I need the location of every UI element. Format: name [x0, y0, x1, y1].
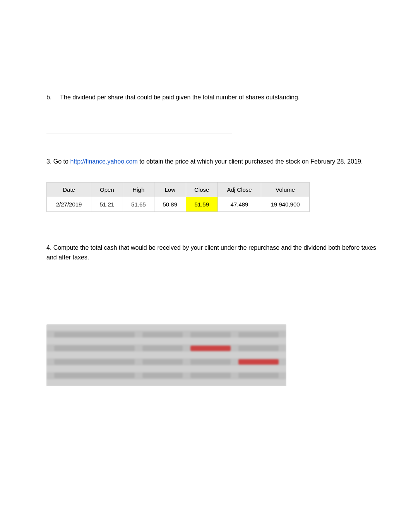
section-3-number: 3. [46, 158, 51, 165]
blurred-cell [54, 346, 135, 351]
blurred-cell [142, 332, 183, 338]
section-b-content: The dividend per share that could be pai… [60, 94, 300, 101]
stock-table: Date Open High Low Close Adj Close Volum… [46, 182, 310, 212]
blurred-cell [54, 332, 135, 338]
col-close: Close [186, 182, 217, 197]
cell-open: 51.21 [91, 197, 123, 211]
stock-table-wrapper: Date Open High Low Close Adj Close Volum… [46, 182, 388, 212]
col-date: Date [47, 182, 91, 197]
col-low: Low [154, 182, 186, 197]
blurred-cell [190, 359, 231, 365]
cell-volume: 19,940,900 [261, 197, 310, 211]
blurred-cell [54, 373, 135, 378]
yahoo-finance-link[interactable]: http://finance.yahoo.com [70, 158, 139, 165]
col-volume: Volume [261, 182, 310, 197]
section-3: 3. Go to http://finance.yahoo.com to obt… [23, 157, 388, 167]
col-adj-close: Adj Close [217, 182, 261, 197]
blurred-cell [54, 359, 135, 365]
section-divider [46, 133, 232, 133]
table-header-row: Date Open High Low Close Adj Close Volum… [47, 182, 310, 197]
col-high: High [123, 182, 154, 197]
col-open: Open [91, 182, 123, 197]
blurred-cell [142, 373, 183, 378]
table-row: 2/27/2019 51.21 51.65 50.89 51.59 47.489… [47, 197, 310, 211]
blurred-cell [238, 346, 279, 351]
page-container: b. The dividend per share that could be … [0, 0, 411, 402]
blurred-cell [142, 359, 183, 365]
cell-adj-close: 47.489 [217, 197, 261, 211]
blurred-row-2 [54, 346, 279, 351]
blurred-cell [190, 332, 231, 338]
section-4: 4. Compute the total cash that would be … [23, 243, 388, 263]
blurred-cell [190, 346, 231, 351]
blurred-row-4 [54, 373, 279, 378]
section-3-text-before-link: Go to [53, 158, 70, 165]
section-4-text: 4. Compute the total cash that would be … [46, 243, 388, 263]
bottom-blurred-area [46, 324, 286, 386]
section-b-text: b. The dividend per share that could be … [46, 93, 388, 102]
section-b-label: b. [46, 94, 51, 101]
blurred-cell [238, 359, 279, 365]
cell-close: 51.59 [186, 197, 217, 211]
section-4-number: 4. [46, 244, 51, 251]
blurred-cell [190, 373, 231, 378]
blurred-cell [238, 373, 279, 378]
cell-low: 50.89 [154, 197, 186, 211]
section-3-text-after-link: to obtain the price at which your client… [139, 158, 363, 165]
section-3-text: 3. Go to http://finance.yahoo.com to obt… [46, 157, 388, 167]
blurred-cell [238, 332, 279, 338]
blurred-cell [142, 346, 183, 351]
cell-high: 51.65 [123, 197, 154, 211]
blurred-row-3 [54, 359, 279, 365]
blurred-row-1 [54, 332, 279, 338]
cell-date: 2/27/2019 [47, 197, 91, 211]
section-4-content: Compute the total cash that would be rec… [46, 244, 376, 261]
section-b: b. The dividend per share that could be … [23, 93, 388, 102]
blurred-content [46, 324, 286, 386]
